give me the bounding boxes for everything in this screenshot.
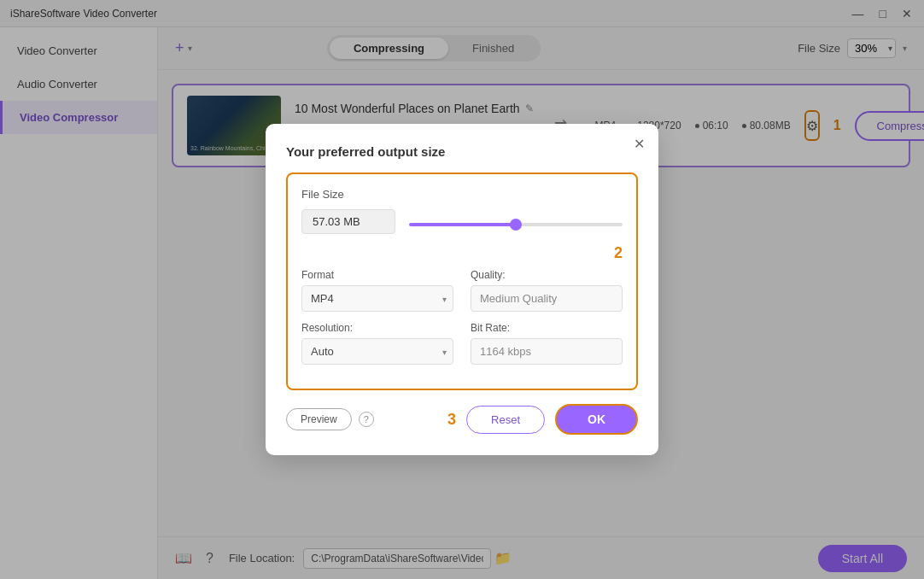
bitrate-group: Bit Rate: [471, 322, 623, 365]
form-row-2: Resolution: Auto 1080p 720p 480p Bit Rat… [301, 322, 623, 365]
bitrate-label: Bit Rate: [471, 322, 623, 334]
resolution-label: Resolution: [301, 322, 453, 334]
quality-input [471, 285, 623, 312]
bitrate-input [471, 338, 623, 365]
reset-button[interactable]: Reset [466, 406, 545, 434]
resolution-select-wrapper: Auto 1080p 720p 480p [301, 338, 453, 365]
format-select[interactable]: MP4 AVI MOV [301, 285, 453, 312]
file-size-row [301, 209, 623, 234]
modal-dialog: Your preferred output size ✕ File Size 2… [266, 124, 658, 455]
format-select-wrapper: MP4 AVI MOV [301, 285, 453, 312]
modal-title: Your preferred output size [286, 144, 638, 159]
format-label: Format [301, 269, 453, 281]
step2-badge: 2 [301, 244, 623, 262]
modal-footer: Preview ? 3 Reset OK [286, 404, 638, 435]
modal-section: File Size 2 Format MP4 AVI MOV [286, 173, 638, 390]
step3-badge: 3 [447, 411, 456, 429]
form-row-1: Format MP4 AVI MOV Quality: [301, 269, 623, 312]
file-size-section-label: File Size [301, 188, 623, 201]
help-icon[interactable]: ? [359, 412, 374, 427]
resolution-group: Resolution: Auto 1080p 720p 480p [301, 322, 453, 365]
footer-right: 3 Reset OK [447, 404, 638, 435]
resolution-select[interactable]: Auto 1080p 720p 480p [301, 338, 453, 365]
file-size-value-input[interactable] [301, 209, 395, 234]
quality-group: Quality: [471, 269, 623, 312]
modal-close-button[interactable]: ✕ [634, 136, 645, 152]
preview-button[interactable]: Preview [286, 408, 352, 430]
quality-label: Quality: [471, 269, 623, 281]
file-size-slider[interactable] [409, 223, 623, 226]
ok-button[interactable]: OK [555, 404, 638, 435]
slider-container [409, 214, 623, 230]
modal-overlay: Your preferred output size ✕ File Size 2… [0, 0, 924, 579]
footer-left: Preview ? [286, 408, 374, 430]
format-group: Format MP4 AVI MOV [301, 269, 453, 312]
